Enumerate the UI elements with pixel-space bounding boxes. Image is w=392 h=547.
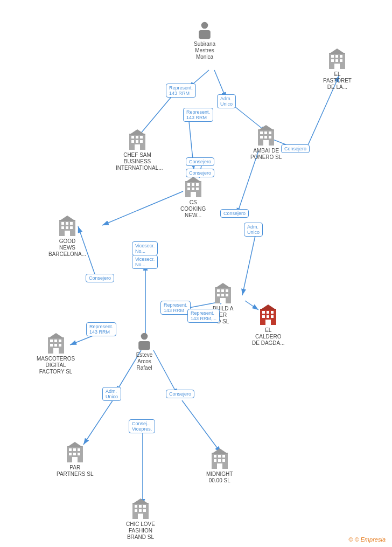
svg-rect-68 — [70, 226, 73, 229]
label-caldero: EL CALDERO DE DAGDA... — [252, 327, 285, 347]
label-ambai: AMBAI DE PONERO SL — [250, 148, 282, 161]
svg-rect-111 — [214, 459, 216, 462]
badge-represent-4[interactable]: Represent.143 RRM,... — [187, 309, 220, 323]
svg-rect-73 — [221, 289, 224, 292]
svg-rect-104 — [78, 453, 80, 455]
company-chef-sam: CHEF SAM BUSINESS INTERNATIONAL... — [116, 129, 159, 171]
person-subirana: Subirana Mestres Monica — [194, 20, 215, 60]
svg-rect-120 — [135, 509, 137, 512]
svg-line-18 — [83, 400, 113, 445]
company-ambai: AMBAI DE PONERO SL — [250, 125, 282, 161]
svg-rect-39 — [260, 136, 263, 139]
svg-line-12 — [242, 233, 256, 295]
label-chef-sam: CHEF SAM BUSINESS INTERNATIONAL... — [116, 152, 159, 171]
svg-rect-110 — [222, 455, 225, 458]
svg-rect-41 — [269, 136, 271, 139]
company-pastoret: EL PASTORET DE LA... — [323, 49, 352, 91]
svg-marker-97 — [48, 333, 64, 338]
svg-rect-38 — [269, 131, 271, 134]
badge-consej-vicepres[interactable]: Consej..Vicepres. — [129, 419, 155, 433]
svg-rect-87 — [265, 320, 271, 325]
svg-rect-50 — [140, 140, 143, 143]
badge-represent-3[interactable]: Represent.143 RRM — [160, 301, 191, 315]
svg-rect-48 — [131, 140, 134, 143]
watermark: © © Empresia — [348, 536, 386, 543]
svg-marker-88 — [260, 304, 276, 310]
svg-rect-103 — [73, 453, 76, 455]
company-midnight: MIDNIGHT 00.00 SL — [206, 448, 233, 484]
badge-consejero-6[interactable]: Consejero — [166, 390, 194, 398]
person-icon-esteve — [135, 331, 154, 351]
badge-consejero-3[interactable]: Consejero — [186, 169, 214, 177]
svg-rect-29 — [340, 55, 342, 58]
svg-rect-119 — [143, 505, 146, 508]
svg-rect-123 — [138, 514, 143, 519]
svg-rect-67 — [66, 226, 68, 229]
company-par-partners: PAR PARTNERS SL — [57, 442, 94, 477]
svg-line-9 — [102, 191, 183, 225]
company-mascoteros: MASCOTEROS DIGITAL FACTORY SL — [37, 333, 75, 375]
badge-vicesecr-2[interactable]: Vicesecr.No... — [132, 255, 158, 269]
label-mascoteros: MASCOTEROS DIGITAL FACTORY SL — [37, 356, 75, 375]
svg-rect-54 — [187, 183, 190, 186]
svg-rect-66 — [61, 226, 64, 229]
badge-vicesecr-1[interactable]: Vicesecr.No... — [132, 241, 158, 255]
company-caldero: EL CALDERO DE DAGDA... — [252, 304, 285, 347]
svg-point-24 — [141, 333, 148, 340]
svg-rect-30 — [331, 59, 334, 62]
label-chic-love: CHIC LOVE FASHION BRAND SL — [126, 521, 155, 541]
svg-rect-58 — [192, 188, 194, 190]
svg-rect-25 — [138, 341, 150, 350]
svg-rect-76 — [221, 294, 224, 296]
svg-line-20 — [182, 400, 221, 453]
svg-rect-51 — [135, 144, 140, 150]
building-icon-good-news — [58, 216, 77, 237]
svg-rect-69 — [65, 231, 70, 236]
svg-rect-78 — [220, 298, 226, 303]
svg-rect-108 — [214, 455, 216, 458]
svg-rect-121 — [139, 509, 142, 512]
svg-rect-94 — [54, 344, 57, 347]
svg-rect-117 — [135, 505, 137, 508]
svg-rect-77 — [226, 294, 228, 296]
badge-consejero-1[interactable]: Consejero — [281, 144, 310, 153]
svg-rect-85 — [267, 315, 269, 318]
badge-represent-5[interactable]: Represent.143 RRM — [86, 322, 116, 336]
svg-rect-92 — [59, 340, 61, 342]
svg-marker-79 — [215, 283, 231, 288]
building-icon-build-a — [213, 283, 233, 304]
badge-adm-unico-2[interactable]: Adm.Unico — [244, 223, 263, 237]
badge-represent-1[interactable]: Represent.143 RRM — [166, 84, 196, 98]
company-good-news: GOOD NEWS BARCELONA... — [48, 216, 86, 258]
svg-rect-46 — [136, 136, 138, 139]
svg-rect-42 — [263, 140, 269, 146]
svg-rect-99 — [69, 448, 72, 451]
svg-marker-106 — [67, 442, 83, 447]
svg-rect-75 — [217, 294, 220, 296]
svg-rect-23 — [199, 30, 211, 39]
svg-rect-113 — [222, 459, 225, 462]
svg-rect-63 — [61, 222, 64, 225]
svg-rect-109 — [218, 455, 221, 458]
diagram-canvas: Subirana Mestres Monica Esteve Arcos Raf… — [0, 0, 392, 547]
svg-rect-32 — [340, 59, 342, 62]
person-icon-subirana — [195, 20, 214, 40]
badge-adm-unico-3[interactable]: Adm.Unico — [102, 387, 121, 401]
svg-rect-65 — [70, 222, 73, 225]
badge-consejero-4[interactable]: Consejero — [86, 274, 114, 282]
badge-consejero-2[interactable]: Consejero — [186, 157, 214, 166]
svg-marker-43 — [258, 125, 274, 130]
label-cs-cooking: CS COOKING NEW... — [180, 199, 206, 219]
badge-represent-2[interactable]: Represent.143 RRM — [183, 108, 213, 122]
label-midnight: MIDNIGHT 00.00 SL — [206, 471, 233, 484]
watermark-text: © Empresia — [354, 536, 386, 543]
svg-rect-36 — [260, 131, 263, 134]
svg-rect-56 — [196, 183, 199, 186]
label-par-partners: PAR PARTNERS SL — [57, 465, 94, 477]
svg-rect-84 — [262, 315, 265, 318]
svg-rect-47 — [140, 136, 143, 139]
badge-consejero-5[interactable]: Consejero — [220, 209, 249, 218]
svg-rect-96 — [53, 348, 59, 354]
svg-rect-28 — [335, 55, 338, 58]
badge-adm-unico-1[interactable]: Adm.Unico — [217, 94, 236, 108]
